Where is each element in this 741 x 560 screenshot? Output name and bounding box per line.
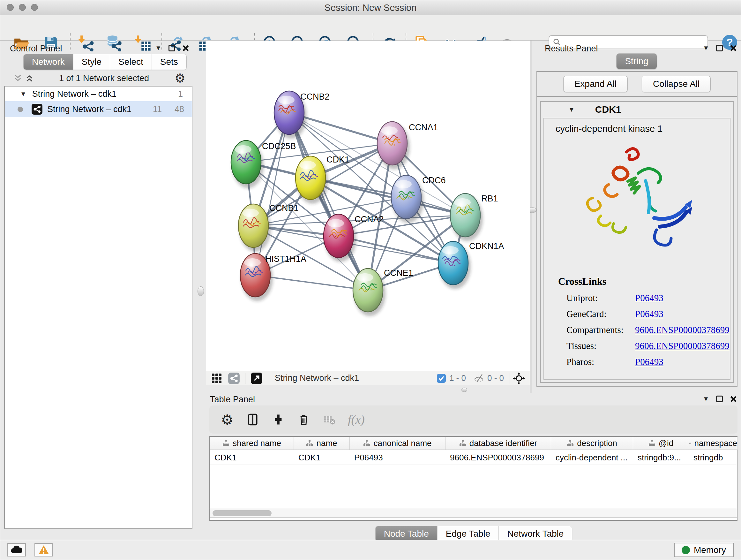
- table-panel-close-icon[interactable]: [730, 395, 737, 402]
- horizontal-splitter-handle[interactable]: [461, 388, 467, 392]
- protein-structure-image: [573, 143, 700, 264]
- table-cell[interactable]: CDK1: [210, 450, 294, 464]
- shared-column-icon: [567, 440, 574, 447]
- gene-name: CDK1: [595, 104, 621, 115]
- network-collection-row[interactable]: ▼ String Network – cdk1 1: [5, 86, 192, 101]
- crosslink-label: Pharos:: [566, 357, 635, 367]
- network-name: String Network – cdk1: [47, 105, 131, 114]
- network-node-count: 11: [153, 105, 162, 114]
- protein-node-CCNB1[interactable]: [239, 204, 271, 252]
- crosslink-label: GeneCard:: [566, 309, 635, 319]
- show-columns-icon[interactable]: [246, 413, 260, 427]
- table-cell[interactable]: stringdb: [689, 450, 738, 464]
- expand-all-button[interactable]: Expand All: [563, 76, 628, 92]
- node-label-CCNB1: CCNB1: [269, 203, 299, 213]
- results-panel-menu-icon[interactable]: ▼: [703, 44, 709, 52]
- network-options-gear-icon[interactable]: ⚙: [175, 72, 185, 84]
- column-header-databaseidentifier[interactable]: database identifier: [446, 437, 551, 449]
- column-header-namespace[interactable]: namespace: [689, 437, 738, 449]
- warnings-button[interactable]: [35, 543, 53, 557]
- node-label-CCNE1: CCNE1: [384, 268, 413, 278]
- status-bar: Memory: [0, 540, 741, 560]
- node-table[interactable]: shared namenamecanonical namedatabase id…: [209, 436, 738, 521]
- table-panel-float-icon[interactable]: [716, 395, 723, 402]
- collection-collapse-icon[interactable]: ▼: [20, 90, 26, 98]
- tab-node-table[interactable]: Node Table: [376, 526, 437, 542]
- crosslink-link[interactable]: P06493: [635, 357, 664, 367]
- control-panel-float-icon[interactable]: [169, 45, 175, 51]
- crosslink-link[interactable]: P06493: [635, 309, 664, 319]
- gene-header-row[interactable]: ▼ CDK1: [541, 102, 733, 117]
- left-splitter-handle[interactable]: [198, 287, 204, 296]
- crosslink-link[interactable]: 9606.ENSP00000378699: [635, 325, 730, 335]
- tab-sets[interactable]: Sets: [152, 54, 186, 70]
- open-in-new-icon[interactable]: [251, 372, 263, 384]
- table-options-gear-icon[interactable]: ⚙: [220, 413, 234, 427]
- shared-column-icon: [306, 440, 313, 447]
- tab-select[interactable]: Select: [110, 54, 152, 70]
- control-panel-close-icon[interactable]: [182, 45, 189, 52]
- table-cell[interactable]: cyclin-dependent ...: [551, 450, 633, 464]
- gene-collapse-icon[interactable]: ▼: [568, 106, 575, 113]
- table-row[interactable]: CDK1CDK1P064939606.ENSP00000378699cyclin…: [210, 450, 737, 465]
- collapse-all-button[interactable]: Collapse All: [642, 76, 711, 92]
- column-label: database identifier: [469, 438, 537, 448]
- table-cell[interactable]: 9606.ENSP00000378699: [446, 450, 551, 464]
- column-header-name[interactable]: name: [294, 437, 350, 449]
- delete-column-icon[interactable]: [297, 413, 311, 427]
- control-panel: Control Panel ▼ Network Style Select Set…: [3, 41, 195, 539]
- network-row-selected[interactable]: String Network – cdk1 11 48: [5, 101, 192, 117]
- add-column-icon[interactable]: [271, 413, 285, 427]
- main-toolbar: ?: [0, 15, 741, 41]
- right-splitter[interactable]: [530, 41, 532, 393]
- crosslink-label: Tissues:: [566, 341, 635, 351]
- memory-button[interactable]: Memory: [674, 543, 734, 557]
- node-label-CDKN1A: CDKN1A: [469, 241, 504, 251]
- tab-network-table[interactable]: Network Table: [499, 526, 572, 542]
- grid-view-icon[interactable]: [211, 373, 222, 384]
- protein-node-CDC6[interactable]: [391, 175, 424, 223]
- tab-style[interactable]: Style: [73, 54, 110, 70]
- control-panel-menu-icon[interactable]: ▼: [155, 44, 161, 52]
- protein-node-CCNE1[interactable]: [353, 268, 386, 316]
- collapse-all-networks-icon[interactable]: [14, 74, 22, 82]
- column-header-canonicalname[interactable]: canonical name: [350, 437, 446, 449]
- column-label: shared name: [232, 438, 281, 448]
- table-panel-menu-icon[interactable]: ▼: [703, 395, 709, 402]
- selected-checkbox-icon[interactable]: [436, 374, 446, 383]
- column-label: name: [316, 438, 337, 448]
- column-header-description[interactable]: description: [551, 437, 633, 449]
- network-canvas[interactable]: CCNB2CCNA1CDC25BCDK1CDC6RB1CCNB1CCNA2CDK…: [206, 41, 530, 371]
- left-splitter[interactable]: [195, 41, 206, 393]
- string-view-icon[interactable]: [228, 372, 240, 384]
- crosslink-link[interactable]: 9606.ENSP00000378699: [635, 341, 730, 351]
- scrollbar-thumb[interactable]: [212, 510, 272, 516]
- crosslink-row: Pharos:P06493: [558, 357, 730, 367]
- table-cell[interactable]: P06493: [350, 450, 446, 464]
- network-graph: CCNB2CCNA1CDC25BCDK1CDC6RB1CCNB1CCNA2CDK…: [206, 41, 530, 371]
- column-header-id[interactable]: @id: [633, 437, 689, 449]
- cloud-status-button[interactable]: [7, 543, 26, 557]
- results-panel-close-icon[interactable]: [730, 45, 737, 52]
- protein-node-RB1[interactable]: [450, 193, 483, 241]
- gene-description: cyclin-dependent kinase 1: [556, 124, 730, 134]
- memory-label: Memory: [694, 545, 726, 555]
- column-label: canonical name: [374, 438, 431, 448]
- expand-all-networks-icon[interactable]: [25, 74, 33, 82]
- shared-column-icon: [689, 440, 691, 447]
- protein-node-CDKN1A[interactable]: [438, 241, 471, 289]
- crosslink-link[interactable]: P06493: [635, 293, 664, 303]
- results-panel-float-icon[interactable]: [716, 45, 723, 51]
- protein-node-CCNA2[interactable]: [324, 214, 356, 262]
- column-label: namespace: [694, 438, 737, 448]
- table-cell[interactable]: stringdb:9...: [633, 450, 689, 464]
- tab-edge-table[interactable]: Edge Table: [437, 526, 499, 542]
- column-header-sharedname[interactable]: shared name: [210, 437, 294, 449]
- tab-network[interactable]: Network: [23, 54, 73, 70]
- table-horizontal-scrollbar[interactable]: [209, 509, 738, 518]
- network-view-toolbar: String Network – cdk1 1 - 0 0 - 0: [206, 371, 530, 385]
- tab-string-results[interactable]: String: [616, 54, 657, 69]
- collection-count: 1: [178, 89, 187, 99]
- table-cell[interactable]: CDK1: [294, 450, 350, 464]
- birds-eye-view-icon[interactable]: [513, 372, 525, 385]
